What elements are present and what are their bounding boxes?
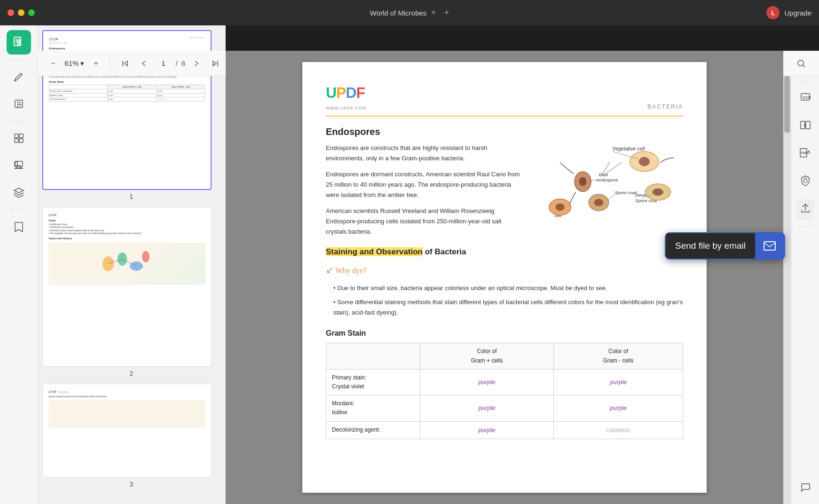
bullet-1: Due to their small size, bacteria appear…: [326, 283, 683, 293]
main-area: UPDF WWW.UPDF.COM BACTERIA Endospores En…: [0, 25, 819, 504]
sidebar-item-layers[interactable]: [7, 181, 31, 205]
zoom-display[interactable]: 61% ▾: [63, 59, 86, 68]
why-dye-label: ↙ Why dye?: [326, 262, 683, 277]
last-page-button[interactable]: [208, 58, 223, 69]
prev-page-button[interactable]: [136, 58, 151, 69]
staining-highlight: Staining and Observation: [326, 247, 423, 256]
search-button[interactable]: [793, 57, 810, 70]
convert-button[interactable]: [796, 116, 815, 137]
right-divider-top: [798, 81, 812, 81]
gram-row-2-plus: purple: [420, 395, 554, 421]
endospore-svg: Vegetative cell Free endospore: [533, 143, 678, 225]
reader-icon: [13, 36, 25, 48]
page-total: 6: [181, 59, 185, 67]
window-title: World of Microbes: [370, 9, 427, 17]
right-panel: OCR PDF A: [791, 76, 819, 504]
page-separator: /: [176, 59, 178, 67]
share-button[interactable]: [796, 199, 814, 220]
zoom-out-button[interactable]: −: [47, 57, 59, 70]
endospores-body-1: Endospores are constructs that are highl…: [326, 143, 523, 164]
share-icon: [800, 203, 811, 214]
next-page-button[interactable]: [189, 58, 204, 69]
staining-of: of Bacteria: [423, 247, 466, 256]
svg-rect-12: [19, 139, 23, 142]
svg-rect-54: [801, 121, 805, 129]
minimize-window-button[interactable]: [18, 9, 24, 16]
staining-section-title: Staining and Observation of Bacteria: [326, 245, 683, 258]
send-email-icon[interactable]: [755, 233, 784, 259]
svg-rect-55: [806, 121, 810, 129]
gram-row-1-minus: purple: [554, 369, 683, 395]
traffic-lights: [8, 9, 35, 16]
sidebar-item-pen[interactable]: [7, 64, 31, 89]
page-number-input[interactable]: [155, 59, 172, 67]
pdf-page: UPDF WWW.UPDF.COM BACTERIA Endospores En…: [302, 62, 707, 493]
first-page-button[interactable]: [118, 58, 133, 69]
scroll-thumb[interactable]: [784, 76, 790, 133]
gram-col-empty: [326, 343, 420, 369]
yeast-diagram: [99, 245, 155, 283]
pdf-logo-sub: WWW.UPDF.COM: [326, 105, 367, 111]
svg-rect-1: [17, 39, 21, 46]
protect-button[interactable]: [796, 171, 814, 192]
gram-row-1: Primary stain:Crystal violet purple purp…: [326, 369, 683, 395]
chat-icon: [800, 482, 811, 493]
svg-rect-13: [15, 161, 23, 167]
zoom-in-button[interactable]: +: [90, 57, 102, 70]
ocr-button[interactable]: OCR: [796, 88, 815, 109]
svg-text:endospore: endospore: [597, 177, 618, 182]
bullet-2: Some differential staining methods that …: [326, 297, 683, 318]
pdf-logo: UPDF: [326, 81, 367, 105]
endospores-body-2: Endospores are dormant constructs. Ameri…: [326, 169, 523, 200]
right-divider-mid: [798, 227, 812, 227]
gram-stain-title: Gram Stain: [326, 327, 683, 339]
maximize-window-button[interactable]: [28, 9, 35, 16]
add-tab-button[interactable]: +: [444, 8, 449, 18]
svg-line-38: [591, 180, 597, 181]
svg-line-29: [803, 65, 805, 67]
pdf-ai-icon: PDF A: [799, 147, 811, 158]
svg-rect-60: [803, 180, 807, 182]
pdf-content-area[interactable]: UPDF WWW.UPDF.COM BACTERIA Endospores En…: [226, 51, 783, 504]
svg-point-20: [142, 251, 150, 262]
thumbnail-3[interactable]: UPDF FUNGI Various fungal structures and…: [42, 384, 220, 488]
close-window-button[interactable]: [8, 9, 14, 16]
protect-icon: [800, 175, 811, 186]
titlebar: World of Microbes × + L Upgrade: [0, 0, 819, 25]
thumb-box-2: UPDF Yeast • Cell/Nuclear Pump• Cell/div…: [42, 207, 212, 367]
sidebar-item-annotate[interactable]: [7, 92, 31, 116]
svg-line-42: [609, 194, 615, 200]
toolbar-divider-1: [110, 58, 110, 69]
search-icon: [796, 59, 806, 68]
layers-icon: [13, 187, 24, 198]
svg-rect-10: [19, 134, 23, 138]
scroll-panel[interactable]: [783, 76, 791, 504]
svg-point-41: [594, 199, 603, 206]
svg-point-28: [798, 60, 803, 66]
gram-row-2-label: Mordant:Iodine: [326, 395, 420, 421]
thumb-label-1: 1: [42, 193, 220, 200]
gram-row-3-minus: colorless: [554, 421, 683, 439]
gram-row-3-label: Decolorizing agent:: [326, 421, 420, 439]
close-tab-button[interactable]: ×: [431, 8, 435, 17]
thumbnail-panel: UPDF WWW.UPDF.COM BACTERIA Endospores En…: [38, 25, 226, 504]
svg-point-32: [639, 157, 650, 165]
sidebar-item-stamp[interactable]: [7, 153, 31, 178]
sidebar-item-reader[interactable]: [7, 30, 31, 55]
upgrade-button[interactable]: Upgrade: [784, 9, 811, 17]
svg-rect-61: [764, 242, 775, 250]
zoom-dropdown-icon: ▾: [80, 59, 84, 68]
gram-row-3-plus: purple: [420, 421, 554, 439]
svg-text:OCR: OCR: [803, 95, 811, 100]
thumbnail-2[interactable]: UPDF Yeast • Cell/Nuclear Pump• Cell/div…: [42, 207, 220, 377]
sidebar-divider-3: [9, 210, 28, 210]
chat-button[interactable]: [796, 478, 815, 499]
sidebar-item-bookmark[interactable]: [7, 215, 31, 239]
sidebar-item-organize[interactable]: [7, 126, 31, 150]
thumb-box-3: UPDF FUNGI Various fungal structures and…: [42, 384, 212, 478]
svg-text:Vegetative cell: Vegetative cell: [613, 146, 645, 151]
send-email-tooltip[interactable]: Send file by email: [665, 232, 785, 260]
pdf-ai-button[interactable]: PDF A: [795, 143, 815, 165]
pdf-bacteria-label: BACTERIA: [647, 102, 683, 111]
pen-icon: [13, 71, 24, 82]
